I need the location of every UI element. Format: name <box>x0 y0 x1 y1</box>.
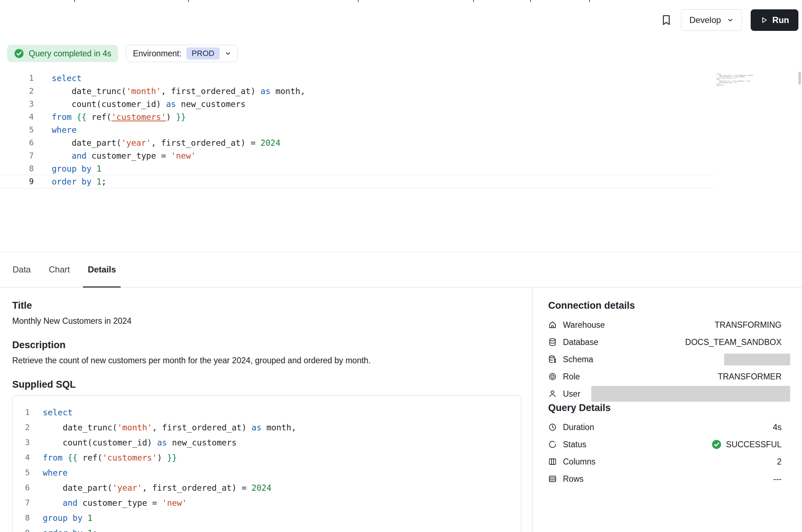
row-value-text: --- <box>773 474 782 484</box>
sql-token: 'month' <box>117 423 152 432</box>
sql-token: group by <box>43 513 83 523</box>
connection-row-role: RoleTRANSFORMER <box>548 368 782 385</box>
sql-token: date_trunc( <box>52 87 126 96</box>
editor-code-lines[interactable]: 1select2 date_trunc('month', first_order… <box>0 72 802 188</box>
play-icon <box>760 16 768 24</box>
results-tabs: DataChartDetails <box>0 252 802 288</box>
sql-token: {{ <box>76 112 87 122</box>
check-circle-icon <box>712 439 722 449</box>
line-number: 8 <box>13 510 30 526</box>
row-value-text: DOCS_TEAM_SANDBOX <box>685 337 782 347</box>
database-icon <box>548 338 557 346</box>
code-line-1: 1select <box>13 405 521 420</box>
sql-token: order by <box>43 528 83 532</box>
code-line-8: 8group by 1 <box>0 162 714 175</box>
sql-token: date_part( <box>52 138 121 148</box>
tab-data[interactable]: Data <box>8 252 36 287</box>
line-number: 7 <box>13 495 30 510</box>
sql-token: , first_ordered_at) <box>152 423 252 432</box>
code-line-6: 6 date_part('year', first_ordered_at) = … <box>13 480 521 495</box>
code-text: count(customer_id) as new_customers <box>34 98 246 111</box>
code-line-9: 9order by 1; <box>0 175 714 188</box>
tab-chart[interactable]: Chart <box>44 252 75 287</box>
code-line-9: 9order by 1; <box>716 85 754 86</box>
topbar-actions: Develop Run <box>660 9 798 31</box>
develop-dropdown[interactable]: Develop <box>681 9 742 31</box>
environment-selector[interactable]: Environment: PROD <box>126 45 238 62</box>
top-tab-divider <box>74 0 75 2</box>
sql-token: ) <box>157 453 167 462</box>
sql-token: customer_type = <box>87 151 171 160</box>
sql-token: select <box>52 74 81 83</box>
sql-token: ; <box>723 85 724 86</box>
topbar: Develop Run <box>0 0 802 40</box>
supplied-sql-block: 1select2 date_trunc('month', first_order… <box>12 395 521 532</box>
row-label: Columns <box>563 457 596 467</box>
sql-token: 1 <box>97 177 102 186</box>
chevron-down-icon <box>224 50 232 57</box>
query-row-columns: Columns2 <box>548 453 782 470</box>
code-line-2: 2 date_trunc('month', first_ordered_at) … <box>13 420 521 435</box>
sql-token: ; <box>93 528 98 532</box>
sql-token: 2024 <box>261 138 280 148</box>
check-circle-icon <box>14 48 24 59</box>
description-value: Retrieve the count of new customers per … <box>12 356 521 365</box>
sql-token: and <box>62 498 78 508</box>
row-value: SUCCESSFUL <box>712 439 782 449</box>
row-label: Database <box>563 337 598 347</box>
sql-token <box>92 177 97 186</box>
sql-token: 'new' <box>171 151 196 160</box>
row-value-text: 2 <box>777 457 782 467</box>
editor-minimap[interactable]: 1select2 date_trunc('month', first_order… <box>716 73 754 86</box>
sql-editor[interactable]: 1select2 date_trunc('month', first_order… <box>0 72 802 251</box>
code-line-7: 7 and customer_type = 'new' <box>0 149 714 162</box>
code-line-5: 5where <box>13 465 521 480</box>
details-panel: Title Monthly New Customers in 2024 Desc… <box>0 288 802 532</box>
environment-label: Environment: <box>133 49 182 59</box>
model-ref-link[interactable]: 'customers' <box>725 78 733 79</box>
sql-token: count(customer_id) <box>43 438 157 447</box>
top-tab-divider <box>589 0 590 2</box>
sql-token: 'new' <box>162 498 187 508</box>
query-row-rows: Rows--- <box>548 470 782 487</box>
row-value: TRANSFORMER <box>718 372 782 382</box>
develop-label: Develop <box>689 15 721 25</box>
connection-rows: WarehouseTRANSFORMINGDatabaseDOCS_TEAM_S… <box>548 316 782 402</box>
top-tab-divider <box>188 0 189 2</box>
sql-token: , first_ordered_at) <box>161 87 261 96</box>
tab-details[interactable]: Details <box>83 252 121 287</box>
sql-token: 2024 <box>252 483 271 493</box>
sql-token: ref( <box>721 78 725 79</box>
row-value: DOCS_TEAM_SANDBOX <box>685 337 782 347</box>
sql-token: new_customers <box>167 438 237 447</box>
run-button[interactable]: Run <box>751 9 798 31</box>
model-ref-link[interactable]: 'customers' <box>102 453 157 462</box>
code-text: date_part('year', first_ordered_at) = 20… <box>30 480 271 495</box>
sql-token: customer_type = <box>78 498 162 508</box>
query-row-status: StatusSUCCESSFUL <box>548 436 782 453</box>
row-value: TRANSFORMING <box>714 320 782 330</box>
query-row-duration: Duration4s <box>548 419 782 436</box>
sql-token: }} <box>735 78 736 79</box>
bookmark-button[interactable] <box>660 14 672 26</box>
sql-token: new_customers <box>735 76 745 78</box>
details-right-panel: Connection details WarehouseTRANSFORMING… <box>532 288 802 532</box>
row-label: Warehouse <box>563 320 605 330</box>
editor-scrollbar[interactable] <box>798 72 801 85</box>
connection-details-heading: Connection details <box>548 300 782 311</box>
top-tab-divider <box>358 0 359 2</box>
line-number: 3 <box>0 98 34 111</box>
code-line-3: 3 count(customer_id) as new_customers <box>0 98 714 111</box>
code-line-8: 8group by 1 <box>13 510 521 526</box>
supplied-sql-heading: Supplied SQL <box>12 379 521 390</box>
code-line-7: 7 and customer_type = 'new' <box>13 495 521 510</box>
code-text: and customer_type = 'new' <box>30 495 187 510</box>
query-details-heading: Query Details <box>548 402 782 414</box>
model-ref-link[interactable]: 'customers' <box>111 112 166 122</box>
code-text: count(customer_id) as new_customers <box>30 435 237 450</box>
line-number: 5 <box>13 465 30 480</box>
sql-token <box>92 164 97 173</box>
run-label: Run <box>772 15 789 25</box>
row-value: 2 <box>777 457 782 467</box>
warehouse-icon <box>548 321 557 329</box>
